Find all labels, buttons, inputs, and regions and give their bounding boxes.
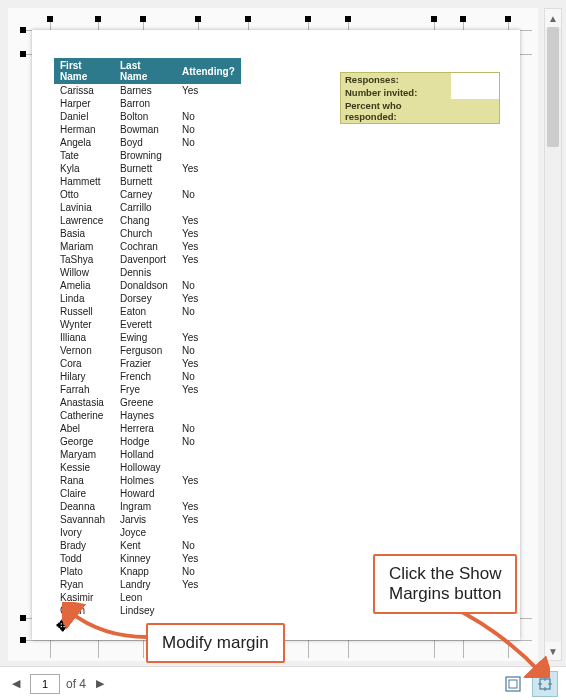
table-cell: Savannah: [54, 513, 114, 526]
table-cell: Dennis: [114, 266, 176, 279]
table-cell: Herrera: [114, 422, 176, 435]
table-cell: Yes: [176, 227, 241, 240]
table-row: BasiaChurchYes: [54, 227, 241, 240]
table-cell: Knapp: [114, 565, 176, 578]
table-row: TateBrowning: [54, 149, 241, 162]
table-row: KessieHolloway: [54, 461, 241, 474]
table-row: SavannahJarvisYes: [54, 513, 241, 526]
table-cell: No: [176, 539, 241, 552]
table-row: LawrenceChangYes: [54, 214, 241, 227]
margin-handle[interactable]: [505, 16, 511, 22]
table-cell: Harper: [54, 97, 114, 110]
margin-handle[interactable]: [245, 16, 251, 22]
margin-handle[interactable]: [460, 16, 466, 22]
table-cell: Hodge: [114, 435, 176, 448]
table-cell: Plato: [54, 565, 114, 578]
callout-arrow: [62, 602, 157, 650]
table-row: LaviniaCarrillo: [54, 201, 241, 214]
summary-label: Responses:: [341, 73, 451, 86]
table-row: AbelHerreraNo: [54, 422, 241, 435]
table-row: GeorgeHodgeNo: [54, 435, 241, 448]
scroll-up-icon[interactable]: ▲: [545, 9, 561, 27]
scroll-thumb[interactable]: [547, 27, 559, 147]
table-row: ClaireHoward: [54, 487, 241, 500]
table-cell: [176, 396, 241, 409]
table-cell: Landry: [114, 578, 176, 591]
margin-handle[interactable]: [47, 16, 53, 22]
table-cell: Browning: [114, 149, 176, 162]
summary-label: Percent who responded:: [341, 99, 451, 123]
table-cell: Angela: [54, 136, 114, 149]
table-cell: Hammett: [54, 175, 114, 188]
table-cell: Basia: [54, 227, 114, 240]
next-page-button[interactable]: ▶: [92, 676, 108, 692]
margin-handle[interactable]: [95, 16, 101, 22]
table-cell: Holmes: [114, 474, 176, 487]
summary-box: Responses:Number invited:Percent who res…: [340, 72, 500, 124]
column-header: Attending?: [176, 58, 241, 84]
table-cell: Yes: [176, 331, 241, 344]
page-number-input[interactable]: [30, 674, 60, 694]
margin-handle[interactable]: [305, 16, 311, 22]
table-cell: Haynes: [114, 409, 176, 422]
summary-value: [451, 86, 499, 99]
table-cell: Yes: [176, 513, 241, 526]
table-cell: Yes: [176, 253, 241, 266]
margin-handle[interactable]: [20, 615, 26, 621]
attendees-table: First NameLast NameAttending? CarissaBar…: [54, 58, 241, 617]
table-row: RanaHolmesYes: [54, 474, 241, 487]
callout-modify-margin: Modify margin: [146, 623, 285, 663]
table-row: CatherineHaynes: [54, 409, 241, 422]
summary-row: Number invited:: [341, 86, 499, 99]
table-row: VernonFergusonNo: [54, 344, 241, 357]
margin-handle[interactable]: [20, 637, 26, 643]
table-cell: Frye: [114, 383, 176, 396]
table-cell: [176, 448, 241, 461]
table-row: IllianaEwingYes: [54, 331, 241, 344]
table-cell: French: [114, 370, 176, 383]
summary-row: Responses:: [341, 73, 499, 86]
table-cell: Joyce: [114, 526, 176, 539]
prev-page-button[interactable]: ◀: [8, 676, 24, 692]
margin-handle[interactable]: [345, 16, 351, 22]
table-cell: Ewing: [114, 331, 176, 344]
margin-handle[interactable]: [431, 16, 437, 22]
table-cell: Herman: [54, 123, 114, 136]
table-cell: Donaldson: [114, 279, 176, 292]
table-cell: No: [176, 123, 241, 136]
summary-label: Number invited:: [341, 86, 451, 99]
table-cell: Greene: [114, 396, 176, 409]
table-cell: Kent: [114, 539, 176, 552]
table-cell: Barnes: [114, 84, 176, 97]
margin-handle[interactable]: [20, 51, 26, 57]
table-cell: Yes: [176, 474, 241, 487]
table-cell: Daniel: [54, 110, 114, 123]
summary-row: Percent who responded:: [341, 99, 499, 123]
table-row: FarrahFryeYes: [54, 383, 241, 396]
table-row: CoraFrazierYes: [54, 357, 241, 370]
margin-handle[interactable]: [140, 16, 146, 22]
table-cell: [176, 97, 241, 110]
table-cell: Mariam: [54, 240, 114, 253]
table-cell: [176, 266, 241, 279]
table-cell: TaShya: [54, 253, 114, 266]
table-cell: Carney: [114, 188, 176, 201]
table-cell: Cora: [54, 357, 114, 370]
table-cell: Claire: [54, 487, 114, 500]
table-cell: Jarvis: [114, 513, 176, 526]
table-cell: No: [176, 136, 241, 149]
table-cell: Willow: [54, 266, 114, 279]
table-cell: Yes: [176, 500, 241, 513]
vertical-scrollbar[interactable]: ▲ ▼: [544, 8, 562, 661]
table-cell: No: [176, 370, 241, 383]
table-cell: Yes: [176, 84, 241, 97]
table-row: LindaDorseyYes: [54, 292, 241, 305]
margin-handle[interactable]: [195, 16, 201, 22]
table-cell: Boyd: [114, 136, 176, 149]
table-cell: Hilary: [54, 370, 114, 383]
margin-handle[interactable]: [20, 27, 26, 33]
table-cell: No: [176, 279, 241, 292]
page-preview: First NameLast NameAttending? CarissaBar…: [32, 30, 520, 640]
table-cell: Carissa: [54, 84, 114, 97]
table-row: OttoCarneyNo: [54, 188, 241, 201]
